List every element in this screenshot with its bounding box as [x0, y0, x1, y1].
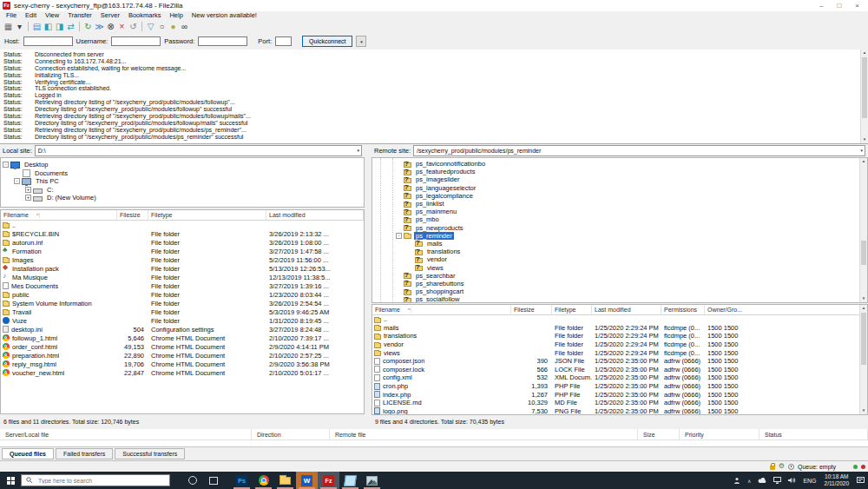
host-input[interactable] — [23, 36, 73, 46]
column-header-status[interactable]: Status — [760, 429, 868, 439]
tree-item-ps-reminder[interactable]: -ps_reminder — [372, 232, 867, 240]
tab-successful-transfers[interactable]: Successful transfers — [115, 448, 185, 459]
gear-icon[interactable]: ⚙ — [779, 462, 785, 471]
file-row[interactable]: autorun.infFile folder3/26/2019 1:08:00 … — [1, 238, 364, 247]
scrollbar-thumb[interactable] — [861, 313, 866, 365]
site-manager-dropdown-icon[interactable]: ▾ — [14, 21, 25, 32]
remote-tree-scrollbar[interactable]: ▲ ▼ — [859, 158, 867, 302]
menu-item-help[interactable]: Help — [165, 11, 187, 20]
tree-item-ps-mbo[interactable]: ps_mbo — [372, 215, 867, 223]
column-header-filename[interactable]: Filename^ — [372, 305, 511, 314]
network-button[interactable] — [770, 472, 785, 489]
tree-item-ps-faviconnotificationbo[interactable]: ps_faviconnotificationbo — [372, 160, 867, 168]
tree-item-desktop[interactable]: -Desktop — [1, 161, 364, 169]
tree-item-translations[interactable]: translations — [372, 248, 867, 255]
file-row[interactable]: .. — [1, 221, 364, 229]
tree-item-ps-socialfollow[interactable]: ps_socialfollow — [372, 295, 867, 303]
taskbar-app-file-explorer[interactable] — [274, 472, 296, 489]
people-button[interactable] — [730, 472, 744, 489]
menu-item-view[interactable]: View — [41, 11, 63, 20]
column-header-owner-gro[interactable]: Owner/Gro... — [705, 305, 867, 314]
task-view-button[interactable] — [203, 472, 224, 489]
file-row[interactable]: composer.lock566LOCK File1/25/2020 2:35:… — [372, 366, 867, 374]
taskbar-app-photos[interactable] — [361, 472, 383, 489]
cortana-button[interactable] — [182, 472, 203, 489]
tree-item-ps-linklist[interactable]: ps_linklist — [372, 200, 867, 208]
search-input[interactable] — [36, 477, 153, 485]
tree-item-d-new-volume[interactable]: +D: (New Volume) — [1, 194, 364, 202]
cancel-icon[interactable]: ⊗ — [105, 21, 116, 32]
expand-icon[interactable]: + — [25, 187, 31, 193]
collapse-icon[interactable]: - — [3, 162, 9, 168]
taskbar-app-photoshop[interactable]: Ps — [231, 472, 253, 489]
file-row[interactable]: config.xml532XML Docum...1/25/2020 2:35:… — [372, 373, 867, 382]
chevron-down-icon[interactable]: ▼ — [357, 146, 360, 155]
toggle-local-tree-icon[interactable]: ◧ — [43, 21, 54, 32]
column-header-size[interactable]: Size — [638, 429, 680, 439]
column-header-priority[interactable]: Priority — [680, 429, 760, 439]
file-row[interactable]: ImagesFile folder5/2/2019 11:56:00 ... — [1, 255, 364, 264]
start-button[interactable] — [0, 472, 21, 489]
file-row[interactable]: FormationFile folder3/27/2019 1:47:58 ..… — [1, 247, 364, 255]
file-row[interactable]: reply_msg.html19,706Chrome HTML Document… — [1, 360, 364, 368]
tree-item-ps-languageselector[interactable]: ps_languageselector — [372, 184, 867, 192]
tree-item-ps-sharebuttons[interactable]: ps_sharebuttons — [372, 280, 867, 287]
column-header-filesize[interactable]: Filesize — [511, 305, 552, 314]
language-indicator[interactable]: ENG — [799, 472, 819, 489]
onedrive-button[interactable] — [754, 472, 770, 489]
pane-splitter[interactable] — [365, 144, 372, 428]
tree-item-ps-newproducts[interactable]: ps_newproducts — [372, 224, 867, 232]
file-row[interactable]: $RECYCLE.BINFile folder3/26/2019 2:13:32… — [1, 229, 364, 238]
tree-item-ps-mainmenu[interactable]: ps_mainmenu — [372, 208, 867, 215]
password-input[interactable] — [198, 36, 247, 46]
quickconnect-dropdown-icon[interactable]: ▼ — [356, 36, 366, 47]
taskbar-app-notes[interactable] — [339, 472, 361, 489]
scroll-up-icon[interactable]: ▲ — [860, 158, 867, 165]
tree-item-ps-shoppingcart[interactable]: ps_shoppingcart — [372, 287, 867, 295]
tree-item-ps-searchbar[interactable]: ps_searchbar — [372, 272, 867, 280]
file-row[interactable]: .. — [372, 315, 867, 324]
file-row[interactable]: order_conf.html49,153Chrome HTML Documen… — [1, 342, 364, 351]
column-header-last-modified[interactable]: Last modified — [592, 305, 661, 314]
menu-item-server[interactable]: Server — [96, 11, 124, 20]
file-row[interactable]: Ma MusiqueFile folder12/13/2019 11:38:5.… — [1, 273, 364, 281]
port-input[interactable] — [275, 36, 292, 46]
menu-item-file[interactable]: File — [2, 11, 21, 20]
column-header-filetype[interactable]: Filetype — [148, 210, 266, 220]
volume-button[interactable] — [785, 472, 799, 489]
column-header-last-modified[interactable]: Last modified — [266, 210, 364, 220]
compare-icon[interactable]: ○ — [156, 21, 168, 32]
scrollbar-thumb[interactable] — [861, 241, 866, 265]
file-row[interactable]: Installation packFile folder5/13/2019 12… — [1, 264, 364, 273]
quickconnect-button[interactable]: Quickconnect — [302, 36, 352, 47]
reconnect-icon[interactable]: ↺ — [128, 21, 139, 32]
file-row[interactable]: voucher_new.html22,847Chrome HTML Docume… — [1, 368, 364, 377]
process-queue-icon[interactable]: ≫ — [94, 21, 105, 32]
file-row[interactable]: VuzeFile folder1/31/2020 8:19:45 ... — [1, 316, 364, 325]
chevron-down-icon[interactable]: ▼ — [860, 146, 864, 155]
file-row[interactable]: logo.png7,530PNG File1/25/2020 2:35:00 P… — [372, 407, 867, 415]
scroll-down-icon[interactable]: ▼ — [860, 407, 867, 414]
menu-item-bookmarks[interactable]: Bookmarks — [124, 11, 166, 20]
menu-item-new-version-available[interactable]: New version available! — [187, 11, 261, 20]
close-button[interactable]: × — [855, 1, 859, 11]
site-manager-icon[interactable]: ▦ — [3, 21, 14, 32]
taskbar-app-filezilla[interactable]: Fz — [318, 472, 339, 489]
tree-item-this-pc[interactable]: -This PC — [1, 177, 364, 186]
tree-item-c[interactable]: +C: — [1, 186, 364, 195]
toggle-remote-tree-icon[interactable]: ◨ — [54, 21, 65, 32]
column-header-remote-file[interactable]: Remote file — [330, 429, 638, 439]
column-header-permissions[interactable]: Permissions — [661, 305, 705, 314]
toggle-queue-icon[interactable]: ⇄ — [65, 21, 76, 32]
log-scrollbar[interactable]: ▲ ▼ — [860, 50, 868, 143]
file-row[interactable]: translationsFile folder1/25/2020 2:29:24… — [372, 332, 867, 340]
tree-item-ps-featuredproducts[interactable]: ps_featuredproducts — [372, 168, 867, 175]
filter-icon[interactable]: ▽ — [145, 21, 156, 32]
username-input[interactable] — [111, 36, 161, 46]
file-row[interactable]: mailsFile folder1/25/2020 2:29:24 PMflcd… — [372, 324, 867, 333]
taskbar-search[interactable] — [21, 474, 170, 486]
tree-item-documents[interactable]: Documents — [1, 169, 364, 178]
scrollbar-thumb[interactable] — [862, 57, 867, 118]
find-files-icon[interactable]: ∞ — [179, 21, 190, 32]
refresh-icon[interactable]: ↻ — [82, 21, 94, 32]
